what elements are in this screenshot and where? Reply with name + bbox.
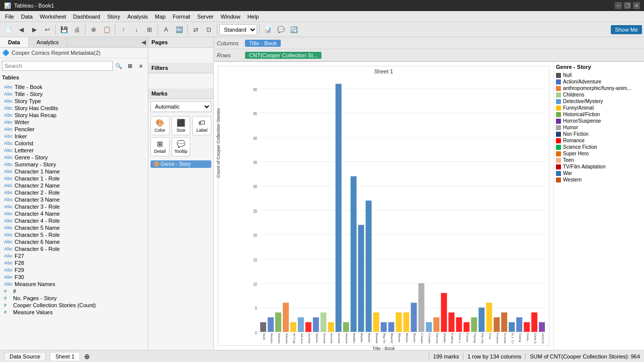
fit-button[interactable]: ⊡ [203,24,215,36]
column-pill[interactable]: Title - Book [245,40,281,47]
collapse-panel-button[interactable]: ◀ [139,37,148,47]
close-button[interactable]: ✕ [633,2,640,9]
tab-analytics[interactable]: Analytics [29,37,67,47]
genre-pill[interactable]: 🎨 Genre - Story [150,160,211,168]
field-char6role[interactable]: Abc Character 6 - Role [2,245,146,252]
add-sheet-button[interactable]: ⊕ [84,352,90,360]
menu-analysis[interactable]: Analysis [124,13,151,21]
field-story-recap[interactable]: Abc Story Has Recap [2,112,146,119]
field-char3role[interactable]: Abc Character 3 - Role [2,203,146,210]
field-char5name[interactable]: Abc Character 5 Name [2,224,146,231]
menu-dashboard[interactable]: Dashboard [70,13,103,21]
label-button[interactable]: 🔤 [173,24,185,36]
field-char3name[interactable]: Abc Character 3 Name [2,196,146,203]
menu-map[interactable]: Map [152,13,169,21]
field-genre-story[interactable]: Abc Genre - Story [2,154,146,161]
field-letterer[interactable]: Abc Letterer [2,147,146,154]
filter-button[interactable]: ⊞ [143,24,155,36]
field-title-book[interactable]: Abc Title - Book [2,83,146,90]
field-hash[interactable]: # # [2,288,146,295]
field-colorist[interactable]: Abc Colorist [2,140,146,147]
field-title-story[interactable]: Abc Title - Story [2,90,146,98]
size-mark-button[interactable]: ⬛ Size [172,116,191,135]
field-char2role[interactable]: Abc Character 2 - Role [2,189,146,196]
middle-panel: Pages Filters Marks Automatic 🎨 Color ⬛ … [148,37,214,350]
refresh-button[interactable]: 🔄 [288,24,300,36]
field-no-pages[interactable]: # No. Pages - Story [2,295,146,302]
field-char1role[interactable]: Abc Character 1 - Role [2,175,146,182]
svg-text:Cooper/Prints: Cooper/Prints [428,333,431,343]
tab-data[interactable]: Data [0,37,29,47]
field-cooper-count[interactable]: # Cooper Collection Stories (Count) [2,302,146,309]
field-story-credits[interactable]: Abc Story Has Credits [2,105,146,112]
field-char2name[interactable]: Abc Character 2 Name [2,182,146,189]
field-name: Measure Names [15,281,55,287]
filter-fields-button[interactable]: ⊞ [125,61,135,71]
menu-help[interactable]: Help [245,13,262,21]
field-char4name[interactable]: Abc Character 4 Name [2,210,146,217]
field-f27[interactable]: Abc F27 [2,252,146,259]
datasource-tab[interactable]: Data Source [4,352,46,360]
menu-story[interactable]: Story [104,13,123,21]
detail-mark-button[interactable]: ⊞ Detail [150,137,170,156]
field-f29[interactable]: Abc F29 [2,266,146,274]
svg-rect-88 [509,322,515,332]
color-label: Color [154,128,166,133]
menu-data[interactable]: Data [18,13,36,21]
pages-header: Pages [148,37,213,48]
swap-button[interactable]: ⇄ [190,24,202,36]
field-name: # [13,288,16,294]
sheet1-tab[interactable]: Sheet 1 [50,352,80,360]
field-story-type[interactable]: Abc Story Type [2,98,146,105]
field-name: No. Pages - Story [13,295,57,301]
tooltip-mark-button[interactable]: 💬 Tooltip [172,137,191,156]
svg-rect-58 [396,312,402,332]
field-summary[interactable]: Abc Summary - Story [2,161,146,168]
menu-server[interactable]: Server [194,13,216,21]
label-mark-button[interactable]: 🏷 Label [192,116,211,135]
color-mark-button[interactable]: 🎨 Color [150,116,170,135]
save-button[interactable]: 💾 [58,24,70,36]
minimize-button[interactable]: ─ [615,2,622,9]
standard-dropdown[interactable]: Standard [219,24,257,35]
row-pill[interactable]: CNT(Cooper Collection St... [245,52,321,59]
marks-type-dropdown[interactable]: Automatic [150,101,211,112]
field-char5role[interactable]: Abc Character 5 - Role [2,231,146,238]
svg-rect-66 [426,322,432,332]
search-button[interactable]: 🔍 [114,61,124,71]
field-writer[interactable]: Abc Writer [2,119,146,126]
rows-shelf: Rows CNT(Cooper Collection St... [214,49,644,61]
highlight-button[interactable]: A [160,24,172,36]
forward-button[interactable]: ▶ [28,24,40,36]
field-measure-names[interactable]: Abc Measure Names [2,281,146,288]
field-char1name[interactable]: Abc Character 1 Name [2,168,146,175]
datasource-label: 🔷 Cooper Comics Reprint Metadata(2) [0,48,148,58]
print-button[interactable]: 🖨 [71,24,83,36]
sort-asc-button[interactable]: ↑ [117,24,129,36]
search-input[interactable] [2,61,113,71]
sort-desc-button[interactable]: ↓ [130,24,142,36]
field-penciler[interactable]: Abc Penciler [2,126,146,133]
tooltip-button[interactable]: 💬 [275,24,287,36]
menu-worksheet[interactable]: Worksheet [37,13,69,21]
field-f28[interactable]: Abc F28 [2,259,146,266]
restore-button[interactable]: ❐ [624,2,631,9]
back-button[interactable]: ◀ [15,24,27,36]
field-char4role[interactable]: Abc Character 4 - Role [2,217,146,224]
field-f30[interactable]: Abc F30 [2,274,146,281]
field-char6name[interactable]: Abc Character 6 Name [2,238,146,245]
sort-fields-button[interactable]: ≡ [136,61,146,71]
new-button[interactable]: 📄 [2,24,14,36]
undo-button[interactable]: ↩ [41,24,53,36]
menu-file[interactable]: File [2,13,17,21]
menu-format[interactable]: Format [170,13,193,21]
dim-icon: Abc [4,260,13,265]
connect-button[interactable]: ⊕ [88,24,100,36]
dim-icon: Abc [4,282,13,287]
show-me-button[interactable]: Show Me [611,25,642,34]
menu-window[interactable]: Window [218,13,244,21]
field-inker[interactable]: Abc Inker [2,133,146,140]
field-measure-values[interactable]: # Measure Values [2,309,146,316]
paste-button[interactable]: 📋 [101,24,113,36]
bars-button[interactable]: 📊 [262,24,274,36]
